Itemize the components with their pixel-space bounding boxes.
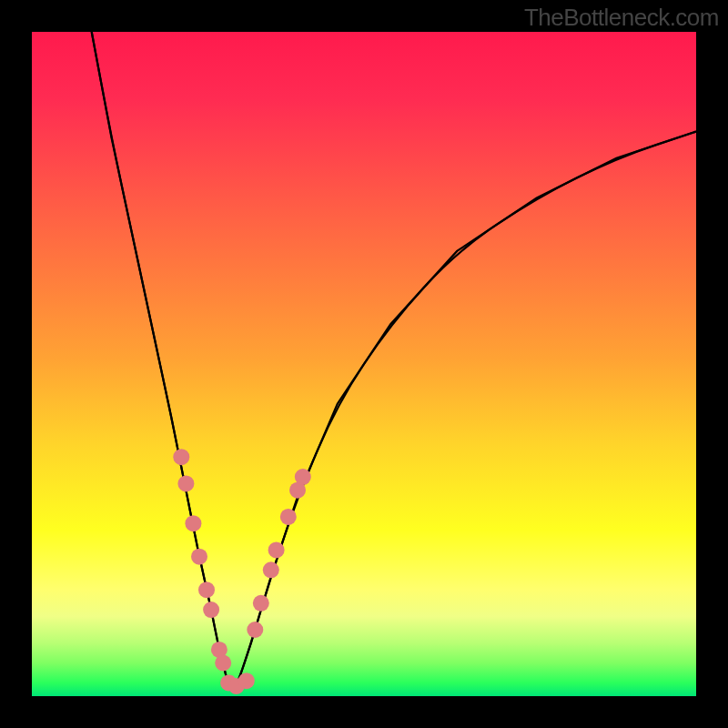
watermark-text: TheBottleneck.com xyxy=(524,4,719,32)
dot-group xyxy=(173,449,310,694)
data-point xyxy=(238,672,255,689)
curve-right-branch xyxy=(231,132,696,690)
data-point xyxy=(191,549,207,565)
data-point xyxy=(268,541,285,558)
data-point xyxy=(173,449,189,465)
data-point xyxy=(215,655,231,672)
curve-smooth-right-branch xyxy=(231,132,696,690)
data-point xyxy=(280,509,297,525)
data-point xyxy=(203,602,219,618)
chart-container: TheBottleneck.com xyxy=(0,0,728,728)
data-point xyxy=(198,581,215,598)
data-point xyxy=(177,475,194,491)
data-point xyxy=(263,561,279,578)
data-point xyxy=(247,622,263,638)
data-point xyxy=(185,515,201,531)
data-point xyxy=(295,469,311,485)
curve-group xyxy=(92,32,696,690)
plot-area xyxy=(32,32,696,696)
chart-svg xyxy=(32,32,696,696)
data-point xyxy=(253,595,269,612)
